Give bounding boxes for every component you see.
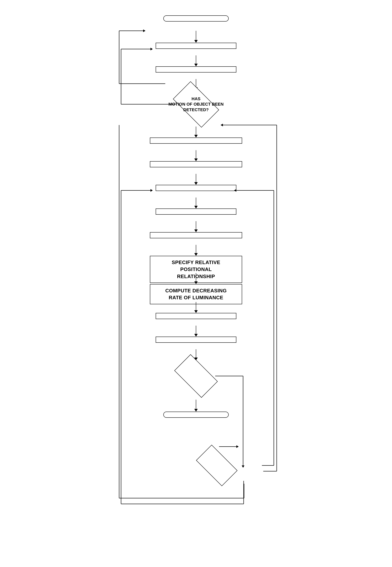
arrow-s103-s104	[196, 127, 196, 135]
s106-container	[156, 185, 236, 191]
s112-row	[156, 336, 236, 343]
s108-row	[150, 232, 242, 238]
svg-marker-13	[194, 40, 198, 43]
s112-container	[156, 336, 236, 343]
arrow-s108-s109	[196, 245, 196, 253]
arrow-s110-s111	[196, 302, 196, 311]
arrow-s112-s113	[196, 349, 196, 358]
s105-row	[150, 161, 242, 167]
s108-box	[150, 232, 242, 238]
svg-marker-26	[194, 409, 198, 412]
s106-row	[156, 185, 236, 191]
s114-text	[190, 450, 244, 481]
flowchart: HASMOTION OF OBJECT BEENDETECTED?	[110, 12, 282, 554]
svg-marker-20	[194, 230, 198, 232]
s114-container	[190, 450, 244, 481]
svg-marker-16	[194, 135, 198, 138]
svg-marker-42	[151, 189, 153, 192]
s110-container: COMPUTE DECREASINGRATE OF LUMINANCE	[150, 284, 242, 304]
flowchart-body: HASMOTION OF OBJECT BEENDETECTED?	[110, 12, 282, 554]
s108-container	[150, 232, 242, 238]
arrow-s104-s105	[196, 150, 196, 159]
s111-container	[156, 313, 236, 319]
s105-container	[150, 161, 242, 167]
svg-marker-17	[194, 159, 198, 161]
svg-marker-30	[151, 48, 153, 50]
arrow-start-s101	[196, 31, 196, 40]
s107-box	[156, 208, 236, 215]
svg-marker-14	[194, 64, 198, 66]
s110-box: COMPUTE DECREASINGRATE OF LUMINANCE	[150, 284, 242, 304]
s103-text: HASMOTION OF OBJECT BEENDETECTED?	[167, 87, 225, 121]
s114-diamond-wrapper	[190, 450, 244, 481]
s107-container	[156, 208, 236, 215]
arrow-s102-s103	[196, 79, 196, 88]
s104-box	[150, 138, 242, 144]
arrow-s111-s112	[196, 326, 196, 334]
arrow-s105-s106	[196, 174, 196, 183]
arrow-s113-end	[196, 400, 196, 409]
s102-box	[156, 66, 236, 73]
s101-container	[156, 43, 236, 49]
end-label	[163, 412, 229, 418]
svg-marker-22	[194, 281, 198, 284]
svg-marker-18	[194, 182, 198, 185]
svg-marker-24	[194, 334, 198, 336]
s110-row: COMPUTE DECREASINGRATE OF LUMINANCE	[150, 284, 242, 304]
s112-box	[156, 336, 236, 343]
s101-row	[156, 43, 236, 49]
svg-marker-19	[194, 206, 198, 208]
arrow-s101-s102	[196, 55, 196, 64]
start-label	[163, 15, 229, 22]
s113-diamond-wrapper	[167, 360, 225, 392]
s102-row	[156, 66, 236, 73]
svg-marker-23	[194, 310, 198, 313]
svg-marker-21	[194, 253, 198, 256]
s101-box	[156, 43, 236, 49]
s106-box	[156, 185, 236, 191]
s111-row	[156, 313, 236, 319]
arrow-s107-s108	[196, 221, 196, 230]
s113-container	[167, 360, 225, 392]
s102-container	[156, 66, 236, 73]
s107-row	[156, 208, 236, 215]
s104-container	[150, 138, 242, 144]
start-node	[163, 15, 229, 22]
end-node	[163, 412, 229, 418]
s104-row	[150, 138, 242, 144]
s113-text	[167, 360, 225, 392]
s105-box	[150, 161, 242, 167]
s103-container: HASMOTION OF OBJECT BEENDETECTED?	[167, 87, 225, 121]
s111-box	[156, 313, 236, 319]
arrow-s106-s107	[196, 198, 196, 206]
s103-diamond-wrapper: HASMOTION OF OBJECT BEENDETECTED?	[167, 87, 225, 121]
arrow-s109-s110	[196, 273, 196, 282]
